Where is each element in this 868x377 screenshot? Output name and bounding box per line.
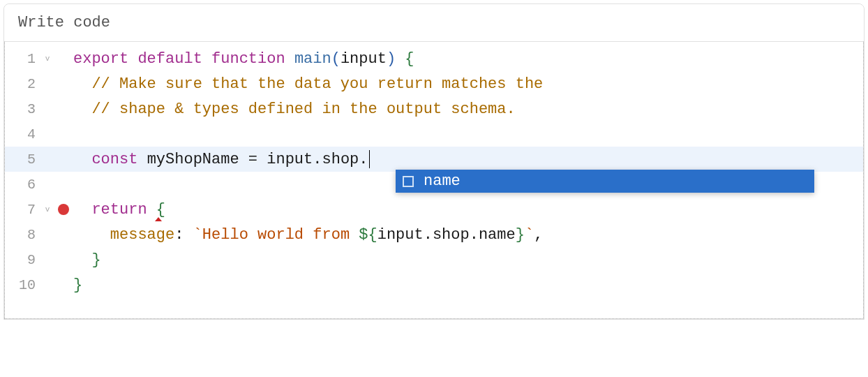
panel-header: Write code (4, 4, 864, 42)
gutter-marker[interactable] (54, 204, 73, 215)
code-content[interactable]: } (73, 251, 101, 269)
autocomplete-popup[interactable]: name (396, 170, 814, 193)
code-content[interactable]: // shape & types defined in the output s… (73, 101, 516, 118)
chevron-down-icon: v (45, 54, 50, 63)
error-marker[interactable]: { (156, 201, 165, 219)
code-editor[interactable]: 1 v export default function main(input) … (4, 42, 864, 319)
code-line[interactable]: 2 // Make sure that the data you return … (5, 71, 863, 96)
fold-toggle[interactable]: v (41, 54, 54, 63)
code-line[interactable]: 10 } (5, 272, 863, 297)
line-number[interactable]: 7 (5, 202, 41, 218)
code-editor-panel: Write code 1 v export default function m… (3, 3, 865, 320)
line-number[interactable]: 3 (5, 101, 41, 117)
autocomplete-item-label: name (424, 172, 461, 190)
fold-toggle[interactable]: v (41, 205, 54, 214)
autocomplete-item[interactable]: name (396, 170, 814, 193)
line-number[interactable]: 5 (5, 151, 41, 168)
code-line[interactable]: 7 v return { (5, 197, 863, 222)
code-content[interactable]: const myShopName = input.shop. (73, 150, 370, 168)
code-line[interactable]: 9 } (5, 247, 863, 272)
code-content[interactable]: } (73, 276, 82, 294)
panel-title: Write code (18, 14, 850, 31)
code-content[interactable]: export default function main(input) { (73, 50, 414, 68)
breakpoint-icon[interactable] (58, 204, 69, 215)
line-number[interactable]: 8 (5, 227, 41, 243)
line-number[interactable]: 9 (5, 252, 41, 268)
code-content[interactable]: message: `Hello world from ${input.shop.… (73, 226, 543, 244)
code-line-active[interactable]: 5 const myShopName = input.shop. (5, 147, 863, 172)
line-number[interactable]: 1 (5, 51, 41, 67)
code-content[interactable]: return { (73, 201, 165, 219)
line-number[interactable]: 10 (5, 277, 41, 293)
line-number[interactable]: 4 (5, 126, 41, 142)
code-line[interactable]: 1 v export default function main(input) … (5, 46, 863, 71)
text-cursor (369, 150, 370, 168)
code-line[interactable]: 8 message: `Hello world from ${input.sho… (5, 222, 863, 247)
code-line[interactable]: 4 (5, 121, 863, 147)
code-line[interactable]: 3 // shape & types defined in the output… (5, 96, 863, 121)
line-number[interactable]: 2 (5, 76, 41, 92)
code-content[interactable]: // Make sure that the data you return ma… (73, 75, 543, 93)
property-icon (403, 176, 414, 187)
chevron-down-icon: v (45, 205, 50, 214)
line-number[interactable]: 6 (5, 177, 41, 193)
